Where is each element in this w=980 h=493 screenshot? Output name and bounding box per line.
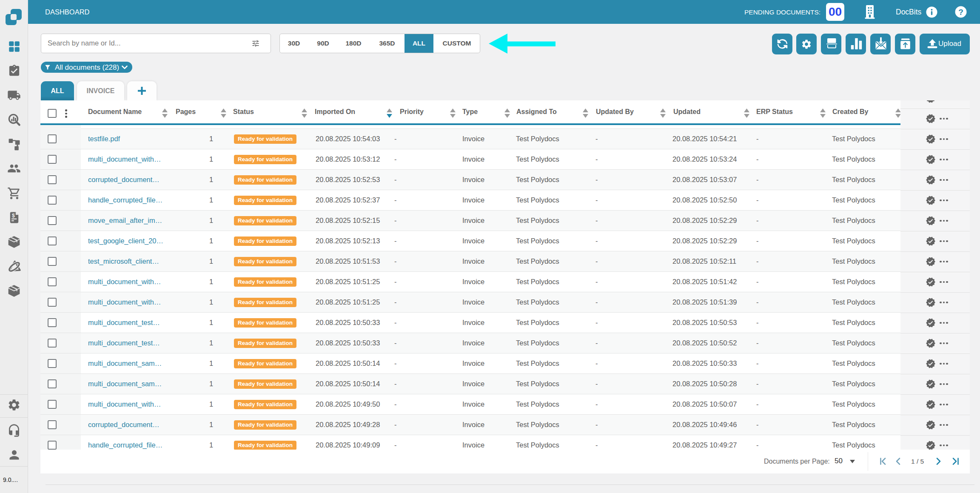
svg-text:?: ?: [958, 8, 963, 17]
svg-text:$: $: [12, 213, 15, 219]
